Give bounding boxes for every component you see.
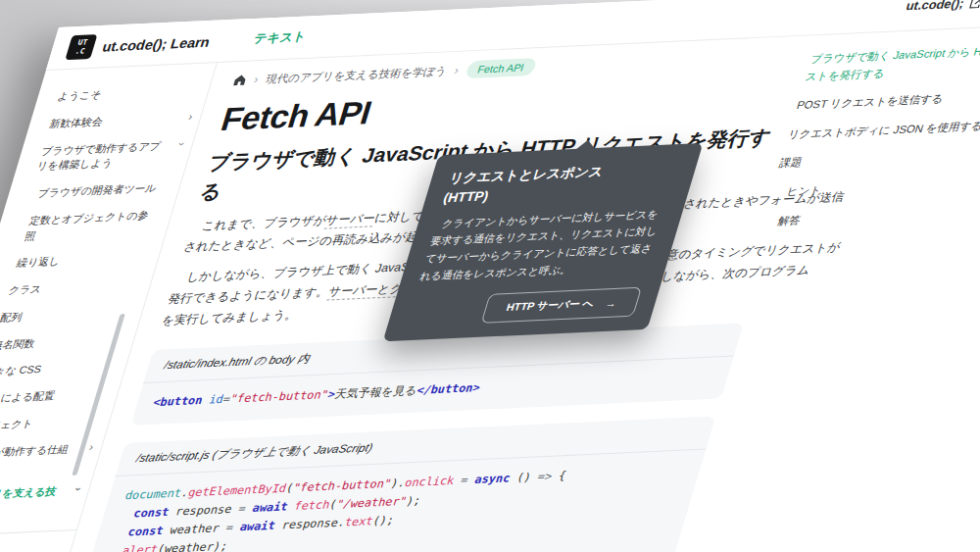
breadcrumb-separator: ›	[252, 73, 260, 86]
sidebar-item-label: ブラウザで動作するアプリを構築しよう	[35, 139, 163, 172]
sidebar-item[interactable]: ようこそ	[56, 82, 205, 104]
arrow-right-icon: →	[604, 297, 617, 309]
chevron-down-icon: ›	[176, 141, 188, 145]
external-link-icon	[968, 0, 980, 9]
sidebar-item-label: クラス	[7, 282, 43, 296]
sidebar-item-label: 無名関数	[0, 336, 37, 350]
logo-text: .C	[74, 47, 86, 56]
sidebar-item-label: 様々な CSS	[0, 363, 43, 377]
sidebar-item-label: サーバーが動作する仕組み	[0, 442, 71, 475]
sidebar-item[interactable]: クラス	[0, 276, 146, 298]
toc-item[interactable]: ブラウザで動く JavaScript から HTTP リクエストを発行する	[803, 40, 980, 85]
sidebar-item[interactable]: モジュールバンドラ	[0, 546, 66, 552]
tooltip-button-label: HTTP サーバー へ	[505, 297, 596, 315]
sidebar-item-label: 新歓体験会	[48, 115, 105, 128]
breadcrumb-current-chip[interactable]: Fetch API	[465, 58, 538, 78]
breadcrumb-section-link[interactable]: 現代のアプリを支える技術を学ぼう	[265, 64, 449, 86]
tooltip-body: クライアントからサーバーに対しサービスを要求する通信をリクエスト、リクエストに対…	[417, 205, 666, 285]
sidebar-item-label: 定数とオブジェクトの参照	[24, 209, 150, 241]
term-link[interactable]: サーバー	[323, 211, 377, 228]
toc-item[interactable]: 解答	[760, 203, 980, 231]
text-segment: を実行してみましょう。	[160, 308, 299, 327]
sidebar-item-label: CSS による配置	[0, 389, 57, 405]
sidebar-item[interactable]: ブラウザの開発者ツール	[26, 179, 175, 201]
sidebar-item-label: 現代のアプリを支える技術を学ぼう	[0, 485, 58, 518]
tooltip-title: リクエストとレスポンス (HTTP)	[440, 159, 680, 209]
sidebar-divider	[0, 529, 76, 538]
sidebar-item-label: オブジェクト	[0, 417, 35, 431]
home-icon[interactable]	[232, 74, 248, 86]
sidebar-item-label: 繰り返し	[16, 255, 62, 269]
sidebar-item[interactable]: ブラウザで動作するアプリを構築しよう›	[34, 137, 188, 175]
code-block-js: /static/script.js (ブラウザ上で動く JavaScript) …	[80, 416, 715, 552]
sidebar-item-label: ようこそ	[57, 88, 104, 102]
sidebar-item-label: ブラウザの開発者ツール	[36, 181, 158, 199]
nav-text-link[interactable]: テキスト	[252, 28, 309, 47]
sidebar-item[interactable]: 定数とオブジェクトの参照	[14, 207, 168, 244]
toc-item[interactable]: 課題	[777, 144, 980, 173]
sidebar-item[interactable]: 新歓体験会›	[47, 110, 196, 131]
text-segment: 発行できるようになります。	[167, 285, 331, 306]
chevron-right-icon: ›	[88, 441, 95, 452]
sidebar-item[interactable]: 繰り返し	[6, 250, 155, 272]
text-segment: これまで、ブラウザが	[201, 213, 328, 232]
brand-name[interactable]: ut.code(); Learn	[101, 33, 213, 54]
external-site-link[interactable]: ut.code();	[905, 0, 980, 13]
sidebar-item-label: 配列	[0, 310, 24, 323]
breadcrumb-separator: ›	[453, 64, 461, 77]
toc-item[interactable]: ヒント	[768, 174, 980, 202]
tooltip-action-button[interactable]: HTTP サーバー へ →	[481, 287, 642, 324]
external-site-label: ut.code();	[905, 0, 966, 13]
sidebar-item[interactable]: 現代のアプリを支える技術を学ぼう›	[0, 482, 84, 520]
toc-item[interactable]: POST リクエストを送信する	[795, 86, 980, 115]
chevron-down-icon: ›	[73, 487, 84, 491]
page: UT .C ut.code(); Learn テキスト ut.code(); よ…	[0, 0, 980, 552]
brand-logo-icon[interactable]: UT .C	[65, 34, 97, 60]
chevron-right-icon: ›	[187, 111, 194, 122]
toc-item[interactable]: リクエストボディに JSON を使用する	[786, 116, 980, 144]
